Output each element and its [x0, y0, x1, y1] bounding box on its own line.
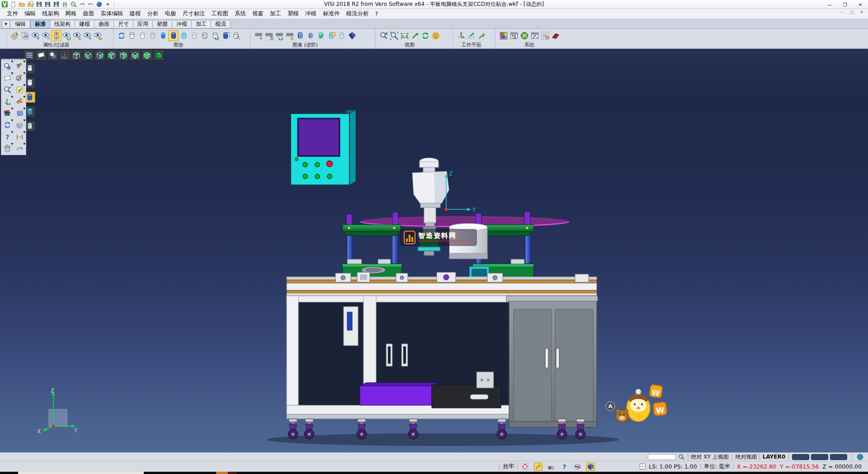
tab-6[interactable]: 应用 [133, 20, 153, 28]
workplane-align-icon[interactable] [476, 30, 487, 41]
machine-3d-model[interactable]: Z Y [0, 49, 868, 452]
menu-item-17[interactable]: 模流分析 [343, 9, 372, 19]
workplane-standard-icon[interactable] [456, 30, 466, 41]
workplane-face-icon[interactable] [466, 30, 476, 41]
filter-traffic-icon[interactable] [51, 30, 61, 41]
delete-trash-icon[interactable]: ▼ [2, 143, 13, 153]
settings-sphere-icon[interactable] [519, 30, 529, 41]
cylinder-check-icon[interactable] [316, 30, 326, 41]
cylinder-wire-light-icon[interactable] [336, 30, 347, 41]
tab-3[interactable]: 建模 [75, 20, 94, 28]
plane-corners-icon[interactable]: ▼ [2, 73, 13, 83]
view-right-icon[interactable] [94, 50, 105, 61]
maximize-button[interactable]: ❐ [837, 0, 853, 9]
tab-7[interactable]: 塑膜 [153, 20, 172, 28]
save-export-icon[interactable] [52, 0, 60, 8]
plane-white-icon[interactable] [36, 50, 47, 61]
view-orientation-icon[interactable] [430, 30, 441, 41]
zoom-1to1-icon[interactable]: 1:1 [399, 30, 410, 41]
circle-pencil-icon[interactable]: ▼ [14, 73, 25, 83]
save-as-icon[interactable] [44, 0, 52, 8]
cylinder-translucent-icon[interactable] [179, 30, 189, 41]
pick-hand-icon[interactable] [547, 463, 556, 471]
color-swatch-1[interactable] [811, 454, 828, 460]
menu-item-11[interactable]: 系统 [231, 9, 249, 19]
dropdown-mark-icon[interactable]: ▼ [23, 95, 25, 98]
cylinder-settings-icon[interactable] [231, 30, 241, 41]
dropdown-mark-icon[interactable]: ▼ [11, 130, 13, 133]
dropdown-mark-icon[interactable]: ▼ [11, 95, 13, 98]
scale-label[interactable]: LS: 1.00 PS: 1.00 [649, 463, 697, 470]
units-label[interactable]: 单位: 毫米 [704, 463, 730, 470]
search-icon[interactable] [677, 453, 686, 461]
refresh-blue-icon[interactable]: ▼ [2, 120, 13, 130]
cylinder-wireframe-icon[interactable] [127, 30, 137, 41]
views-traffic-icon[interactable] [264, 30, 274, 41]
menu-item-16[interactable]: 标准件 [320, 9, 343, 19]
visi-gem-icon[interactable] [95, 0, 103, 8]
viewport-3d[interactable]: Z Y [0, 49, 868, 452]
undo-icon[interactable] [78, 0, 86, 8]
zoom-plusminus-icon[interactable]: +−▼ [2, 85, 13, 95]
control-monitor[interactable] [291, 110, 356, 185]
help-question-icon[interactable]: ?▼ [2, 132, 13, 142]
tab-5[interactable]: 尺寸 [114, 20, 133, 28]
dropdown-mark-icon[interactable]: ▼ [11, 107, 13, 110]
tab-10[interactable]: 模流 [211, 20, 231, 28]
snap-settings-icon[interactable] [540, 30, 550, 41]
dropdown-mark-icon[interactable]: ▼ [23, 118, 25, 122]
hide-entity-icon[interactable] [573, 463, 582, 471]
cylinder-flat-icon[interactable] [189, 30, 199, 41]
rotate-view-icon[interactable] [420, 30, 430, 41]
new-file-icon[interactable] [9, 0, 17, 8]
close-button[interactable]: ✕ [853, 0, 868, 9]
zoom-sphere-icon[interactable]: ▼ [2, 61, 13, 71]
tab-8[interactable]: 冲模 [172, 20, 192, 28]
menu-item-0[interactable]: 文件 [4, 9, 21, 19]
menu-item-9[interactable]: 尺寸标注 [179, 9, 208, 19]
menu-item-5[interactable]: 实体编辑 [98, 9, 127, 19]
lock-label[interactable]: 拴牢 [503, 463, 514, 470]
view-front-icon[interactable] [83, 50, 94, 61]
dropdown-mark-icon[interactable]: ▼ [11, 71, 13, 75]
save-icon[interactable] [35, 0, 43, 8]
color-swatch-2[interactable] [830, 454, 847, 460]
menu-item-3[interactable]: 网格 [62, 9, 80, 19]
tab-9[interactable]: 加工 [192, 20, 211, 28]
filter-show-add-icon[interactable]: + [30, 30, 41, 41]
grid-blue-icon[interactable]: ▼ [14, 108, 25, 118]
menu-item-2[interactable]: 线架构 [39, 9, 62, 19]
shaded-diamond-icon[interactable] [347, 30, 357, 41]
axes-move-icon[interactable]: ▼ [2, 96, 13, 106]
right-cabinet[interactable] [506, 296, 598, 427]
zoom-extents-icon[interactable] [389, 30, 399, 41]
globe-icon[interactable] [856, 453, 864, 461]
cylinder-copy-view-icon[interactable] [220, 30, 231, 41]
filter-refresh-icon[interactable] [61, 30, 72, 41]
measure-distance-icon[interactable]: ▼ [14, 132, 25, 142]
cylinder-dynamic-icon[interactable] [210, 30, 220, 41]
dropdown-mark-icon[interactable]: ▼ [11, 118, 13, 122]
filter-plus-icon[interactable]: + [82, 30, 93, 41]
zoom-dynamic-icon[interactable]: ± [378, 30, 389, 41]
view-iso-2-icon[interactable] [142, 50, 152, 61]
cube-gray-icon[interactable]: ▼ [14, 120, 25, 130]
print-preview-icon[interactable] [70, 0, 77, 8]
open-part-icon[interactable] [27, 0, 34, 8]
views-add-icon[interactable]: + [253, 30, 264, 41]
cylinder-striped-icon[interactable] [295, 30, 305, 41]
menu-item-8[interactable]: 电极 [162, 9, 179, 19]
menu-item-7[interactable]: 分析 [144, 9, 162, 19]
color-table-icon[interactable] [498, 30, 509, 41]
curve-pencil-icon[interactable]: ▼ [14, 96, 25, 106]
menu-item-6[interactable]: 建模 [127, 9, 144, 19]
attributes-books-icon[interactable]: ▼ [2, 108, 13, 118]
window-tools-icon[interactable] [529, 30, 540, 41]
mdi-control-2[interactable]: ✕ [858, 10, 865, 14]
minimize-button[interactable]: — [822, 0, 837, 9]
grid-display-icon[interactable] [550, 30, 561, 41]
view-reference-label[interactable]: 绝对视图 [736, 453, 757, 461]
probe-axis-icon[interactable] [59, 50, 70, 61]
menu-item-12[interactable]: 视窗 [249, 9, 267, 19]
zoom-previous-icon[interactable] [410, 30, 420, 41]
